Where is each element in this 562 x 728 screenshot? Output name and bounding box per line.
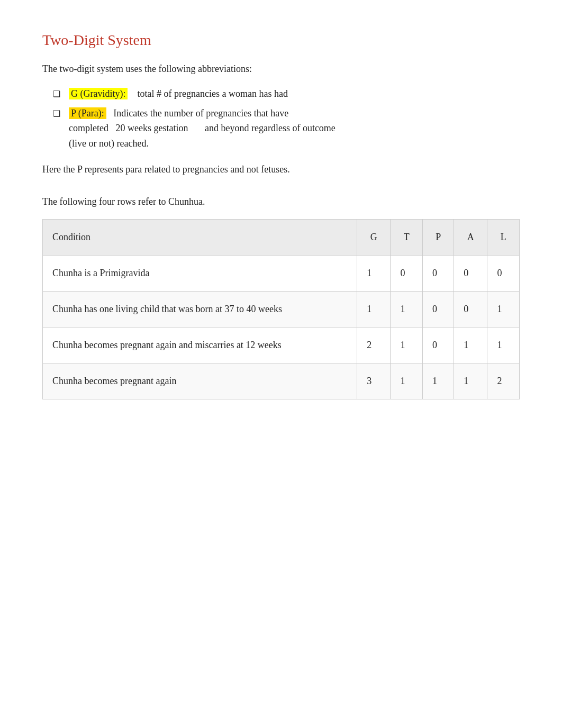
page-title: Two-Digit System [42,32,520,49]
table-row: Chunha becomes pregnant again and miscar… [43,327,520,363]
cell-row0-condition: Chunha is a Primigravida [43,255,357,291]
cell-row0-t: 0 [391,255,423,291]
col-header-condition: Condition [43,219,357,255]
cell-row0-g: 1 [357,255,391,291]
cell-row3-condition: Chunha becomes pregnant again [43,363,357,399]
cell-row1-t: 1 [391,291,423,327]
bullet-list: ❑ G (Gravidity): total # of pregnancies … [42,86,520,151]
para-note: Here the P represents para related to pr… [42,162,520,177]
bullet-icon-1: ❑ [53,87,60,101]
data-table: Condition G T P A L Chunha is a Primigra… [42,219,520,399]
cell-row2-condition: Chunha becomes pregnant again and miscar… [43,327,357,363]
cell-row3-t: 1 [391,363,423,399]
cell-row0-p: 0 [422,255,454,291]
col-header-p: P [422,219,454,255]
col-header-a: A [454,219,487,255]
cell-row3-a: 1 [454,363,487,399]
cell-row1-l: 1 [487,291,520,327]
cell-row1-condition: Chunha has one living child that was bor… [43,291,357,327]
cell-row0-a: 0 [454,255,487,291]
table-row: Chunha becomes pregnant again31112 [43,363,520,399]
cell-row2-a: 1 [454,327,487,363]
cell-row3-p: 1 [422,363,454,399]
cell-row3-g: 3 [357,363,391,399]
cell-row1-a: 0 [454,291,487,327]
table-row: Chunha has one living child that was bor… [43,291,520,327]
col-header-g: G [357,219,391,255]
cell-row2-g: 2 [357,327,391,363]
cell-row2-t: 1 [391,327,423,363]
table-header-row: Condition G T P A L [43,219,520,255]
bullet-icon-2: ❑ [53,107,60,121]
col-header-l: L [487,219,520,255]
bullet-item-para: ❑ P (Para): Indicates the number of preg… [53,106,520,151]
table-row: Chunha is a Primigravida10000 [43,255,520,291]
cell-row1-g: 1 [357,291,391,327]
cell-row1-p: 0 [422,291,454,327]
para-highlight: P (Para): [69,107,106,119]
cell-row3-l: 2 [487,363,520,399]
cell-row0-l: 0 [487,255,520,291]
cell-row2-l: 1 [487,327,520,363]
table-intro: The following four rows refer to Chunhua… [42,194,520,210]
cell-row2-p: 0 [422,327,454,363]
intro-text: The two-digit system uses the following … [42,61,520,77]
bullet-text-gravidity: G (Gravidity): total # of pregnancies a … [69,86,520,102]
bullet-item-gravidity: ❑ G (Gravidity): total # of pregnancies … [53,86,520,102]
gravidity-highlight: G (Gravidity): [69,88,128,99]
col-header-t: T [391,219,423,255]
bullet-text-para: P (Para): Indicates the number of pregna… [69,106,520,151]
